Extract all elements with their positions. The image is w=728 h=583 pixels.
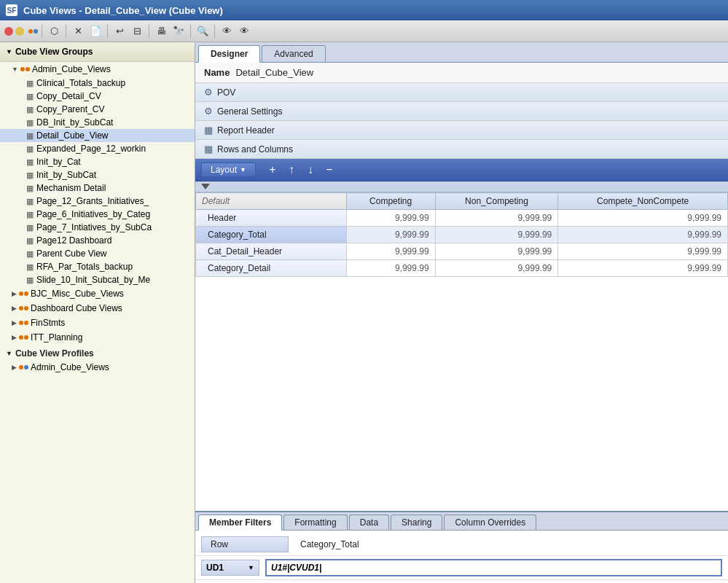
window-title: Cube Views - Detail_Cube_View (Cube View…	[23, 5, 223, 16]
table-row: Category_Detail 9,999.99 9,999.99 9,999.…	[196, 260, 728, 277]
dashboard-group-label: Dashboard Cube Views	[31, 303, 122, 313]
arrow-bjc: ▶	[12, 290, 17, 297]
dot-p1	[19, 365, 23, 369]
toolbar-btn-binoculars[interactable]: 🔭	[171, 23, 187, 39]
layout-add-btn[interactable]: +	[265, 162, 281, 178]
bottom-tab-formatting[interactable]: Formatting	[283, 514, 347, 530]
section-report-header[interactable]: ▦ Report Header	[195, 121, 728, 140]
grid-icon-slide10: ▦	[26, 275, 34, 285]
tab-advanced[interactable]: Advanced	[262, 45, 325, 62]
tree-item-mechanism[interactable]: ▦ Mechanism Detail	[0, 181, 195, 195]
layout-up-btn[interactable]: ↑	[283, 162, 300, 178]
layout-button[interactable]: Layout ▼	[201, 163, 256, 177]
cube-view-groups-label: Cube View Groups	[15, 47, 93, 57]
grid-icon-page12-dash: ▦	[26, 236, 34, 246]
tree-group-admin-profiles[interactable]: ▶ Admin_Cube_Views	[0, 360, 195, 375]
toolbar-btn-new[interactable]: ⬡	[46, 23, 62, 39]
toolbar-circles	[4, 27, 24, 36]
bottom-tab-bar: Member Filters Formatting Data Sharing C…	[195, 512, 728, 531]
tree-item-db-init[interactable]: ▦ DB_Init_by_SubCat	[0, 116, 195, 129]
tree-item-page12-dash[interactable]: ▦ Page12 Dashboard	[0, 234, 195, 247]
toolbar-btn-view2[interactable]: 👁	[236, 23, 252, 39]
bottom-tab-column-overrides[interactable]: Column Overrides	[444, 514, 536, 530]
cell-catdetailhdr-noncompeting: 9,999.99	[435, 243, 558, 260]
tree-group-itt[interactable]: ▶ ITT_Planning	[0, 330, 195, 345]
tree-item-page7[interactable]: ▦ Page_7_Intiatives_by_SubCa	[0, 221, 195, 234]
item-label: Init_by_Cat	[36, 157, 81, 167]
cell-cattotal-competing: 9,999.99	[346, 227, 435, 243]
cell-header-compete-non: 9,999.99	[558, 210, 728, 227]
tree-item-copy-parent[interactable]: ▦ Copy_Parent_CV	[0, 103, 195, 116]
cube-view-groups-header: ▼ Cube View Groups	[0, 42, 195, 62]
tree-item-clinical[interactable]: ▦ Clinical_Totals_backup	[0, 77, 195, 90]
dot-o4	[24, 292, 28, 296]
tree-item-copy-detail[interactable]: ▦ Copy_Detail_CV	[0, 90, 195, 103]
th-competing: Competing	[346, 193, 435, 210]
section-rows-columns[interactable]: ▦ Rows and Columns	[195, 140, 728, 159]
layout-minus-btn[interactable]: −	[321, 162, 337, 178]
item-label: DB_Init_by_SubCat	[36, 117, 113, 128]
sep5	[190, 25, 191, 38]
name-value: Detail_Cube_View	[235, 67, 313, 78]
ud1-input[interactable]: U1#|CVUD1|	[265, 559, 722, 576]
cell-catdetailhdr-compete-non: 9,999.99	[558, 243, 728, 260]
tree-item-expanded[interactable]: ▦ Expanded_Page_12_workin	[0, 142, 195, 155]
toolbar-btn-delete[interactable]: ✕	[70, 23, 86, 39]
row-header-cat-detail: Category_Detail	[196, 260, 347, 277]
cell-catdetail-noncompeting: 9,999.99	[435, 260, 558, 277]
dot-p2	[24, 365, 28, 369]
grid-icon-rfa: ▦	[26, 262, 34, 272]
tree-item-detail-cube[interactable]: ▦ Detail_Cube_View	[0, 129, 195, 142]
tree-item-page6[interactable]: ▦ Page_6_Initiatives_by_Categ	[0, 208, 195, 221]
dots-finstmts	[19, 321, 28, 325]
grid-icon-mechanism: ▦	[26, 184, 34, 193]
toolbar-btn-search[interactable]: 🔍	[195, 23, 211, 39]
tree-group-admin[interactable]: ▼ Admin_Cube_Views	[0, 62, 195, 77]
toolbar-btn-print[interactable]: 🖶	[153, 23, 169, 39]
section-general-settings[interactable]: ⚙ General Settings	[195, 102, 728, 121]
pov-icon: ⚙	[204, 87, 213, 98]
item-label: RFA_Par_Totals_backup	[36, 262, 133, 272]
tree-item-slide10[interactable]: ▦ Slide_10_Init_Subcat_by_Me	[0, 273, 195, 286]
name-label: Name	[204, 67, 230, 78]
tree-item-page12-grants[interactable]: ▦ Page_12_Grants_Initiatives_	[0, 195, 195, 208]
ud1-select[interactable]: UD1 ▼	[201, 560, 259, 576]
cell-cattotal-noncompeting: 9,999.99	[435, 227, 558, 243]
bottom-tab-sharing[interactable]: Sharing	[391, 514, 442, 530]
dot-o	[20, 67, 25, 71]
tree-item-parent-cube[interactable]: ▦ Parent Cube View	[0, 247, 195, 260]
table-scroll[interactable]: Default Competing Non_Competing Compete_…	[195, 192, 728, 511]
grid-icon-page12-grants: ▦	[26, 197, 34, 206]
layout-down-btn[interactable]: ↓	[302, 162, 318, 178]
tab-bar: Designer Advanced	[195, 42, 728, 63]
tree-group-finstmts[interactable]: ▶ FinStmts	[0, 316, 195, 330]
section-pov[interactable]: ⚙ POV	[195, 83, 728, 102]
tree-group-bjc[interactable]: ▶ BJC_Misc_Cube_Views	[0, 286, 195, 301]
tree-item-init-cat[interactable]: ▦ Init_by_Cat	[0, 155, 195, 168]
tree-item-init-subcat[interactable]: ▦ Init_by_SubCat	[0, 168, 195, 181]
bottom-tab-data[interactable]: Data	[349, 514, 389, 530]
toolbar-btn-save[interactable]: ⊟	[129, 23, 145, 39]
settings-icon: ⚙	[204, 106, 213, 117]
table-row: Header 9,999.99 9,999.99 9,999.99	[196, 210, 728, 227]
toolbar-btn-undo[interactable]: ↩	[111, 23, 128, 39]
dots-bjc	[19, 292, 28, 296]
item-label: Page12 Dashboard	[36, 235, 111, 246]
report-header-label: Report Header	[217, 125, 275, 136]
layout-actions: + ↑ ↓ −	[265, 162, 337, 178]
table-row: Category_Total 9,999.99 9,999.99 9,999.9…	[196, 227, 728, 243]
tab-designer[interactable]: Designer	[198, 45, 260, 63]
dot-o9	[19, 335, 23, 340]
title-bar: SF Cube Views - Detail_Cube_View (Cube V…	[0, 0, 728, 20]
bottom-tab-member-filters[interactable]: Member Filters	[198, 514, 282, 531]
bjc-group-label: BJC_Misc_Cube_Views	[31, 289, 124, 299]
tree-group-dashboard[interactable]: ▶ Dashboard Cube Views	[0, 301, 195, 316]
arrow-itt: ▶	[12, 334, 17, 341]
dot-o8	[24, 321, 28, 325]
main-layout: ▼ Cube View Groups ▼ Admin_Cube_Views ▦ …	[0, 42, 728, 583]
toolbar-btn-copy[interactable]: 📄	[87, 23, 103, 39]
grid-icon-init-cat: ▦	[26, 157, 34, 167]
tree-item-rfa[interactable]: ▦ RFA_Par_Totals_backup	[0, 260, 195, 273]
toolbar-btn-view1[interactable]: 👁	[219, 23, 235, 39]
toolbar: ⬡ ✕ 📄 ↩ ⊟ 🖶 🔭 🔍 👁 👁	[0, 20, 728, 42]
